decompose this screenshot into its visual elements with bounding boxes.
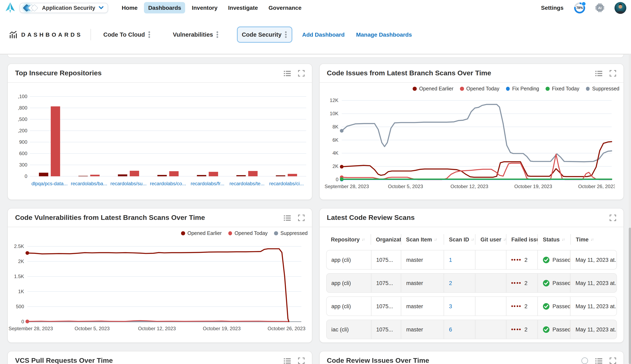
svg-text:1.5K: 1.5K — [14, 274, 24, 279]
column-header-repository[interactable]: Repository↓↑ — [326, 234, 371, 245]
kebab-icon[interactable] — [216, 31, 219, 39]
expand-icon[interactable] — [298, 70, 304, 76]
legend-label: Opened Today — [235, 230, 268, 236]
kebab-icon[interactable] — [284, 31, 288, 39]
ai-assistant-button[interactable]: AI — [595, 3, 605, 12]
svg-text:October 5, 2023: October 5, 2023 — [75, 326, 110, 331]
legend-item[interactable]: Opened Today — [228, 230, 268, 236]
tab-vulnerabilities[interactable]: Vulnerabilities — [169, 28, 223, 42]
expand-icon[interactable] — [298, 358, 304, 364]
cell-scan-id: 6 — [444, 320, 476, 339]
repository-link[interactable]: recardolabs/ci... — [269, 181, 304, 186]
sort-icon[interactable]: ↓↑ — [562, 237, 564, 242]
dashboards-bar: DASHBOARDS Code To Cloud Vulnerabilities… — [0, 16, 631, 54]
legend-item[interactable]: Fix Pending — [506, 86, 539, 92]
svg-text:October 12, 2023: October 12, 2023 — [138, 326, 176, 331]
list-view-icon[interactable] — [595, 358, 602, 364]
sort-icon[interactable]: ↓↑ — [503, 237, 506, 242]
sort-icon[interactable]: ↓↑ — [591, 237, 593, 242]
svg-text:October 26, 2023: October 26, 2023 — [268, 326, 305, 331]
table-row[interactable]: app (cli)1075...master22PassedMay 11, 20… — [326, 273, 617, 293]
usage-meter[interactable]: 78% — [574, 2, 585, 13]
legend-item[interactable]: Suppressed — [586, 86, 619, 92]
panel-title: Code Review Issues Over Time — [327, 357, 581, 364]
expand-icon[interactable] — [298, 214, 304, 221]
legend-item[interactable]: Opened Earlier — [181, 230, 222, 236]
panel-code-issues-over-time: Code Issues from Latest Branch Scans Ove… — [319, 64, 624, 200]
page-scrollbar[interactable] — [629, 54, 631, 364]
severity-dots-icon — [511, 305, 521, 307]
dashboard-content: Top Insecure Repositories 0300600900,200… — [0, 54, 631, 364]
scan-id-link[interactable]: 1 — [449, 257, 452, 263]
column-header-time[interactable]: Time↓↑ — [571, 234, 617, 245]
cell-status: Passed — [538, 274, 571, 292]
brand-logo-icon[interactable] — [5, 2, 16, 14]
svg-text:October 19, 2023: October 19, 2023 — [514, 184, 552, 189]
column-header-scan-item[interactable]: Scan Item↓↑ — [401, 234, 444, 245]
list-view-icon[interactable] — [595, 70, 602, 76]
expand-icon[interactable] — [609, 214, 616, 221]
list-view-icon[interactable] — [284, 358, 291, 364]
column-header-organizat[interactable]: Organizat — [371, 234, 401, 245]
cell-failed-issues: 2 — [506, 274, 538, 292]
status-label: Passed — [552, 303, 571, 309]
dashboards-brand-label: DASHBOARDS — [21, 31, 83, 38]
svg-text:October 12, 2023: October 12, 2023 — [450, 184, 488, 189]
legend-item[interactable]: Opened Earlier — [413, 86, 454, 92]
legend-item[interactable]: Opened Today — [460, 86, 499, 92]
tab-code-to-cloud[interactable]: Code To Cloud — [99, 28, 155, 42]
scan-id-link[interactable]: 3 — [449, 303, 452, 309]
nav-investigate[interactable]: Investigate — [224, 2, 262, 14]
table-row[interactable]: app (cli)1075...master12PassedMay 11, 20… — [326, 250, 617, 270]
kebab-icon[interactable] — [148, 31, 151, 39]
column-header-status[interactable]: Status↓↑ — [538, 234, 571, 245]
manage-dashboards-link[interactable]: Manage Dashboards — [356, 31, 412, 38]
cell-failed-issues: 2 — [506, 297, 538, 316]
svg-text:8K: 8K — [332, 124, 338, 130]
list-view-icon[interactable] — [284, 70, 291, 76]
svg-text:0: 0 — [336, 177, 338, 182]
svg-text:2K: 2K — [18, 258, 24, 264]
column-header-scan-id[interactable]: Scan ID↓↑ — [444, 234, 476, 245]
column-header-failed-issu[interactable]: Failed issu — [506, 234, 538, 245]
sort-icon[interactable]: ↓↑ — [471, 237, 474, 242]
list-view-icon[interactable] — [284, 215, 291, 221]
repository-link[interactable]: recardolabs/fr... — [191, 181, 224, 186]
repository-link[interactable]: dlpqa/pcs-data... — [31, 181, 68, 186]
cell-repository: app (cli) — [326, 274, 371, 292]
sort-icon[interactable]: ↓↑ — [362, 237, 364, 242]
column-header-git-user[interactable]: Git user↓↑ — [476, 234, 506, 245]
cell-status: Passed — [538, 320, 571, 339]
svg-text:900: 900 — [19, 139, 27, 145]
repository-link[interactable]: recardolabs/ba... — [71, 181, 107, 186]
add-dashboard-link[interactable]: Add Dashboard — [302, 31, 345, 38]
table-row[interactable]: iac (cli)1075...master62PassedMay 11, 20… — [326, 320, 617, 339]
app-selector[interactable]: Application Security — [20, 3, 108, 13]
tab-code-security[interactable]: Code Security — [237, 27, 292, 43]
settings-button[interactable]: Settings — [541, 4, 563, 11]
svg-text:6K: 6K — [332, 137, 338, 143]
nav-dashboards[interactable]: Dashboards — [144, 2, 185, 14]
repository-link[interactable]: recardolabs/te... — [229, 181, 264, 186]
table-row[interactable]: app (cli)1075...master32PassedMay 11, 20… — [326, 296, 617, 316]
chevron-down-icon — [98, 6, 103, 9]
panel-title: Code Vulnerabilities from Latest Branch … — [15, 214, 284, 222]
cell-organization: 1075... — [371, 320, 401, 339]
nav-governance[interactable]: Governance — [264, 2, 306, 14]
repository-link[interactable]: recardolabs/su... — [110, 181, 147, 186]
severity-dots-icon — [511, 259, 521, 260]
expand-icon[interactable] — [609, 358, 616, 364]
sort-icon[interactable]: ↓↑ — [434, 237, 437, 242]
user-avatar[interactable] — [614, 2, 626, 14]
nav-home[interactable]: Home — [118, 2, 142, 14]
nav-inventory[interactable]: Inventory — [188, 2, 222, 14]
svg-text:,500: ,500 — [18, 116, 27, 122]
expand-icon[interactable] — [609, 70, 616, 76]
scan-id-link[interactable]: 2 — [449, 280, 452, 286]
passed-check-icon — [543, 326, 550, 333]
legend-item[interactable]: Suppressed — [274, 230, 308, 236]
repository-link[interactable]: recardolabs/co... — [150, 181, 186, 186]
bar-chart-top-insecure: 0300600900,200,500,800,100dlpqa/pcs-data… — [13, 85, 310, 196]
legend-item[interactable]: Fixed Today — [546, 86, 579, 92]
scan-id-link[interactable]: 6 — [449, 326, 452, 332]
